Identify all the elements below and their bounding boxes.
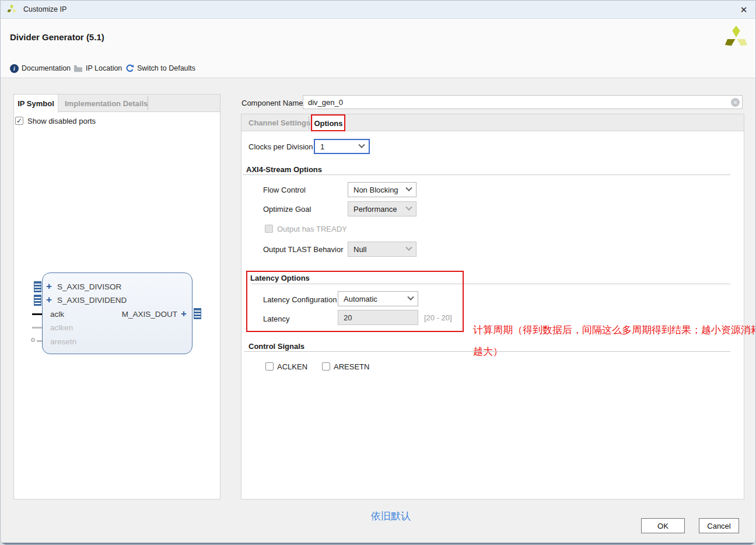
- tab-implementation-details[interactable]: Implementation Details: [65, 95, 148, 112]
- show-disabled-ports-checkbox[interactable]: ✓: [15, 117, 23, 125]
- annotation-text-line1: 计算周期（得到数据后，间隔这么多周期得到结果；越小资源消耗: [473, 323, 756, 337]
- chevron-down-icon: [405, 244, 412, 251]
- control-signals-section-title: Control Signals: [249, 342, 304, 351]
- cancel-button[interactable]: Cancel: [699, 518, 739, 533]
- output-tlast-behavior-select: Null: [348, 242, 416, 257]
- check-icon: ✓: [16, 117, 22, 125]
- options-tab-highlight-box: [311, 114, 345, 131]
- aresetn-wire-icon: [37, 340, 42, 342]
- component-name-input[interactable]: [303, 95, 743, 109]
- optimize-goal-select: Performance: [348, 201, 416, 216]
- chevron-down-icon: [358, 142, 365, 148]
- ip-location-label: IP Location: [86, 64, 122, 72]
- expand-port-icon[interactable]: +: [46, 282, 52, 291]
- port-aclken: aclken: [50, 323, 73, 332]
- port-aresetn: aresetn: [50, 337, 76, 346]
- tab-channel-settings[interactable]: Channel Settings: [249, 114, 310, 131]
- show-disabled-ports-label: Show disabled ports: [27, 116, 96, 125]
- ok-button[interactable]: OK: [641, 518, 685, 533]
- port-aclk: aclk: [50, 310, 64, 319]
- port-m-axis-dout: M_AXIS_DOUT: [119, 310, 177, 319]
- section-divider: [243, 174, 730, 175]
- chevron-down-icon: [405, 185, 412, 191]
- output-has-tready-label: Output has TREADY: [277, 225, 347, 233]
- page-title: Divider Generator (5.1): [10, 32, 104, 42]
- bus-interface-icon: [34, 295, 41, 306]
- tab-separator: [309, 116, 309, 130]
- title-bar: Customize IP ✕: [1, 1, 756, 19]
- output-tlast-behavior-label: Output TLAST Behavior: [263, 243, 344, 255]
- port-s-axis-dividend: S_AXIS_DIVIDEND: [57, 296, 127, 305]
- window-title: Customize IP: [23, 5, 66, 13]
- aresetn-label: ARESETN: [334, 362, 369, 371]
- switch-to-defaults-button[interactable]: Switch to Defaults: [125, 62, 195, 74]
- port-s-axis-divisor: S_AXIS_DIVISOR: [57, 282, 121, 291]
- window-bottom-edge: [1, 543, 756, 544]
- flow-control-select[interactable]: Non Blocking: [348, 182, 416, 197]
- aresetn-ring-icon: [31, 338, 35, 342]
- customize-ip-dialog: Customize IP ✕ Divider Generator (5.1) i…: [0, 0, 756, 545]
- tab-separator: [148, 96, 148, 110]
- chevron-down-icon: [405, 204, 412, 211]
- component-name-label: Component Name: [242, 97, 303, 109]
- axi4-section-title: AXI4-Stream Options: [246, 165, 322, 174]
- flow-control-label: Flow Control: [263, 184, 306, 195]
- tab-ip-symbol[interactable]: IP Symbol: [14, 95, 58, 113]
- documentation-label: Documentation: [22, 64, 71, 72]
- aclken-wire-icon: [32, 327, 42, 329]
- switch-to-defaults-label: Switch to Defaults: [137, 64, 195, 72]
- bus-interface-icon: [194, 308, 201, 319]
- bus-interface-icon: [34, 281, 41, 292]
- aclken-checkbox[interactable]: [265, 362, 274, 371]
- footer-note: 依旧默认: [371, 509, 411, 523]
- xilinx-logo: [723, 25, 750, 52]
- close-icon[interactable]: ✕: [737, 3, 751, 17]
- expand-port-icon[interactable]: +: [181, 310, 187, 318]
- aresetn-checkbox[interactable]: [322, 362, 330, 371]
- expand-port-icon[interactable]: +: [46, 296, 52, 304]
- output-has-tready-checkbox: [265, 225, 273, 233]
- section-divider: [244, 351, 730, 352]
- info-icon: i: [10, 64, 19, 73]
- xilinx-logo-icon: [6, 4, 17, 15]
- aclken-label: ACLKEN: [277, 362, 307, 371]
- aclk-wire-icon: [32, 313, 42, 315]
- folder-icon: [74, 65, 83, 72]
- clear-input-icon[interactable]: ✕: [731, 98, 740, 107]
- latency-highlight-box: [246, 271, 464, 332]
- optimize-goal-label: Optimize Goal: [263, 203, 311, 215]
- clocks-per-division-select[interactable]: 1: [314, 139, 370, 154]
- documentation-button[interactable]: i Documentation: [10, 62, 71, 74]
- refresh-icon: [125, 64, 134, 73]
- clocks-per-division-label: Clocks per Division: [249, 141, 313, 152]
- ip-location-button[interactable]: IP Location: [74, 62, 122, 74]
